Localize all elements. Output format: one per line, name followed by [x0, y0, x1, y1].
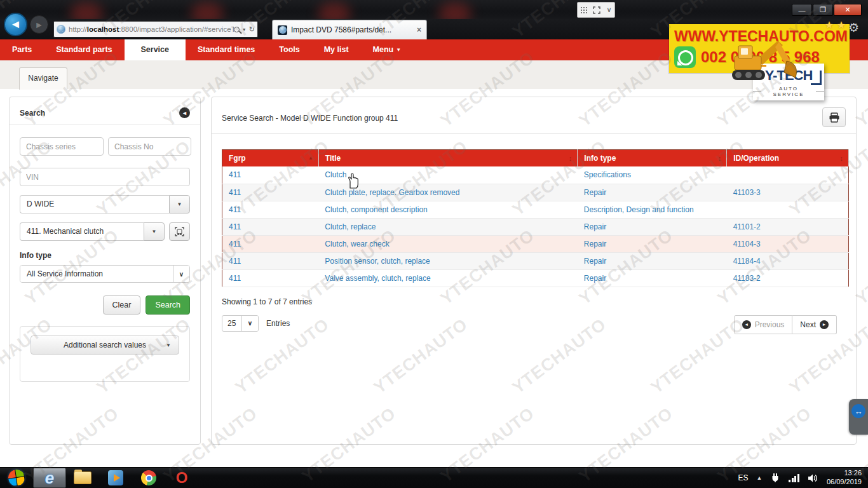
next-page-button[interactable]: Next ► — [792, 315, 837, 334]
window-controls: — ❐ ✕ — [791, 4, 862, 16]
model-select[interactable]: D WIDE ▼ — [20, 195, 190, 214]
cell-link-id[interactable]: 41103-3 — [733, 188, 761, 197]
network-signal-icon[interactable] — [789, 473, 799, 482]
back-button[interactable]: ◄ — [4, 13, 27, 36]
windows-logo-icon — [7, 468, 25, 487]
cell-link-id[interactable]: 41104-3 — [733, 240, 761, 248]
cell-link-fgrp[interactable]: 411 — [229, 274, 241, 283]
clock[interactable]: 13:26 06/09/2019 — [827, 469, 862, 487]
taskbar-item-opera[interactable]: O — [165, 468, 198, 488]
sort-icon[interactable]: ↕ — [840, 155, 844, 162]
volume-icon[interactable] — [808, 473, 818, 483]
url-text[interactable]: http://localhost:8800/impact3/applicatio… — [69, 25, 234, 33]
tab-title[interactable]: Impact DVD 7586#parts/det... — [291, 25, 413, 34]
taskbar-item-media-player[interactable] — [99, 468, 132, 488]
cell-link-fgrp[interactable]: 411 — [229, 222, 241, 231]
print-button[interactable] — [822, 107, 846, 127]
fullscreen-icon[interactable] — [593, 6, 600, 14]
nav-item-service[interactable]: Service — [125, 39, 186, 60]
browser-tab[interactable]: Impact DVD 7586#parts/det... × — [272, 20, 427, 39]
cell-link-info[interactable]: Repair — [584, 188, 606, 197]
cell-link-title[interactable]: Clutch, replace — [325, 222, 376, 231]
cell-link-info[interactable]: Specifications — [584, 170, 631, 179]
forward-button[interactable]: ► — [30, 15, 48, 34]
info-type-select[interactable]: All Service Information ∨ — [20, 265, 190, 283]
sort-icon[interactable]: ↕ — [718, 155, 722, 162]
cell-link-fgrp[interactable]: 411 — [229, 257, 241, 266]
drag-grip-icon[interactable] — [580, 6, 587, 13]
sort-asc-icon[interactable]: ▲ — [308, 156, 313, 161]
chassis-view-button[interactable] — [169, 222, 190, 241]
tray-expand-icon[interactable]: ▲ — [757, 475, 763, 481]
minimize-button[interactable]: — — [792, 4, 812, 16]
function-group-dropdown-icon[interactable]: ▼ — [144, 222, 165, 241]
close-button[interactable]: ✕ — [834, 4, 862, 16]
cell-link-fgrp[interactable]: 411 — [229, 240, 241, 248]
screen-capture-widget[interactable]: ∨ — [577, 2, 615, 18]
cell-link-title[interactable]: Valve assembly, clutch, replace — [325, 274, 430, 283]
cell-link-info[interactable]: Description, Design and function — [584, 205, 694, 214]
clear-button[interactable]: Clear — [103, 295, 141, 315]
chevron-down-icon[interactable]: ∨ — [606, 6, 611, 14]
cell-link-title[interactable]: Clutch, component description — [325, 205, 427, 214]
cell-link-id[interactable]: 41184-4 — [733, 257, 761, 266]
cell-link-id[interactable]: 41183-2 — [733, 274, 761, 283]
previous-page-button[interactable]: ◄ Previous — [734, 315, 793, 334]
cell-link-title[interactable]: Clutch plate, replace. Gearbox removed — [325, 188, 459, 197]
model-dropdown-icon[interactable]: ▼ — [169, 195, 190, 214]
gear-icon[interactable]: ⚙ — [848, 20, 859, 35]
address-bar[interactable]: http://localhost:8800/impact3/applicatio… — [53, 21, 258, 37]
nav-item-tools[interactable]: Tools — [267, 39, 311, 60]
function-group-value[interactable]: 411. Mechanical clutch — [20, 222, 144, 241]
select-chevron-icon[interactable]: ∨ — [173, 266, 189, 282]
search-button[interactable]: Search — [146, 295, 190, 315]
teamviewer-panel-handle[interactable]: ↔ — [849, 399, 868, 435]
chassis-series-input[interactable] — [20, 137, 104, 156]
refresh-icon[interactable]: ↻ — [249, 25, 255, 34]
taskbar-item-internet-explorer[interactable]: e — [33, 468, 66, 488]
cell-link-title[interactable]: Clutch — [325, 170, 346, 179]
chassis-no-input[interactable] — [108, 137, 191, 156]
info-type-value[interactable]: All Service Information — [20, 266, 173, 282]
column-header-fgrp[interactable]: Fgrp ▲ — [222, 150, 319, 167]
service-search-results: Service Search - Model D WIDE Function g… — [211, 97, 857, 445]
nav-item-menu[interactable]: Menu▼ — [361, 39, 414, 60]
sort-icon[interactable]: ↕ — [569, 155, 573, 162]
column-header-info-type[interactable]: Info type ↕ — [578, 150, 727, 167]
cell-link-title[interactable]: Clutch, wear check — [325, 240, 389, 248]
power-plug-icon[interactable] — [770, 473, 780, 483]
cell-link-info[interactable]: Repair — [584, 222, 606, 231]
start-button[interactable] — [0, 468, 33, 488]
nav-item-standard-parts[interactable]: Standard parts — [44, 39, 124, 60]
cell-link-info[interactable]: Repair — [584, 240, 606, 248]
vin-input[interactable] — [20, 168, 190, 186]
column-header-title[interactable]: Title ↕ — [318, 150, 578, 167]
tab-close-icon[interactable]: × — [417, 25, 421, 34]
nav-item-parts[interactable]: Parts — [0, 39, 44, 60]
cell-link-title[interactable]: Position sensor, clutch, replace — [325, 257, 430, 266]
search-icon[interactable] — [234, 27, 240, 32]
language-indicator[interactable]: ES — [738, 473, 749, 482]
function-group-select[interactable]: 411. Mechanical clutch ▼ — [20, 222, 190, 241]
taskbar-item-file-explorer[interactable] — [66, 468, 99, 488]
cell-link-info[interactable]: Repair — [584, 257, 606, 266]
collapse-back-icon[interactable]: ◄ — [179, 107, 190, 118]
entries-per-page-select[interactable]: 25 ∨ — [222, 315, 259, 332]
dropdown-icon[interactable]: ▼ — [242, 27, 247, 32]
tab-navigate[interactable]: Navigate — [19, 67, 67, 90]
model-value[interactable]: D WIDE — [20, 195, 169, 214]
nav-item-standard-times[interactable]: Standard times — [186, 39, 267, 60]
cell-link-fgrp[interactable]: 411 — [229, 205, 241, 214]
column-header-id-operation[interactable]: ID/Operation ↕ — [727, 150, 849, 167]
nav-item-my-list[interactable]: My list — [312, 39, 361, 60]
cell-link-fgrp[interactable]: 411 — [229, 170, 241, 179]
cell-link-info[interactable]: Repair — [584, 274, 606, 283]
restore-button[interactable]: ❐ — [813, 4, 833, 16]
entries-per-page-value[interactable]: 25 — [222, 316, 241, 331]
table-row: 411Clutch plate, replace. Gearbox remove… — [222, 184, 849, 201]
additional-search-button[interactable]: Additional search values ▼ — [31, 336, 179, 355]
taskbar-item-chrome[interactable] — [132, 468, 165, 488]
select-chevron-icon[interactable]: ∨ — [241, 316, 258, 331]
cell-link-fgrp[interactable]: 411 — [229, 188, 241, 197]
cell-link-id[interactable]: 41101-2 — [733, 222, 761, 231]
